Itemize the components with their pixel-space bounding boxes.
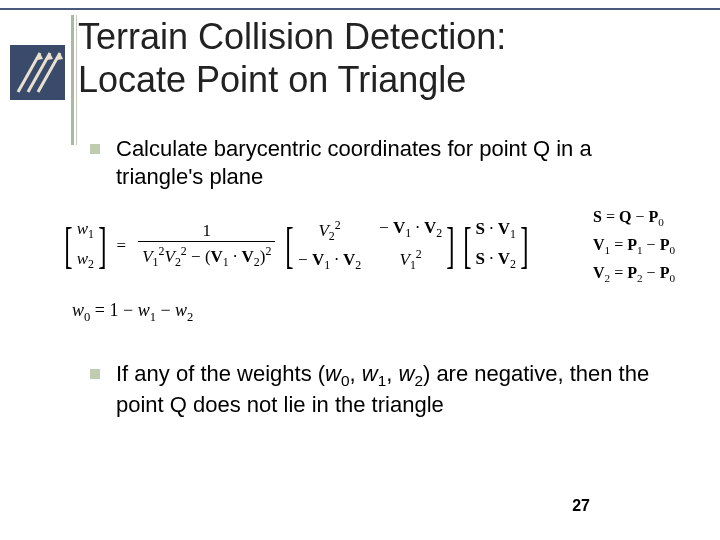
t: 0 (341, 372, 350, 389)
title-rule-thick (71, 15, 74, 145)
bracket-left: [ (286, 223, 294, 268)
title-rule-thin (76, 15, 77, 145)
title-line1: Terrain Collision Detection: (78, 16, 506, 57)
t: 1 (378, 372, 387, 389)
def-V2: V2 = P2 − P0 (593, 264, 675, 284)
w1: w1 (77, 219, 94, 242)
s-vector: S · V1 S · V2 (475, 219, 515, 272)
page-number: 27 (572, 497, 590, 515)
t: w (325, 361, 341, 386)
bracket-right: ] (98, 223, 106, 268)
bullet-item: Calculate barycentric coordinates for po… (90, 135, 680, 190)
m12: − V1 · V2 (379, 218, 442, 241)
t: w (398, 361, 414, 386)
scalar-fraction: 1 V12V22 − (V1 · V2)2 (138, 221, 275, 270)
bullet-list-1: Calculate barycentric coordinates for po… (90, 135, 680, 208)
w2: w2 (77, 249, 94, 272)
bullet-square-icon (90, 144, 100, 154)
t: If any of the weights ( (116, 361, 325, 386)
bullet-text: If any of the weights (w0, w1, w2) are n… (116, 360, 680, 418)
title-line2: Locate Point on Triangle (78, 59, 466, 100)
header-rule (0, 8, 720, 10)
bullet-item: If any of the weights (w0, w1, w2) are n… (90, 360, 680, 418)
m21: − V1 · V2 (298, 250, 361, 273)
slide-title: Terrain Collision Detection: Locate Poin… (78, 15, 506, 101)
frac-den: V12V22 − (V1 · V2)2 (138, 241, 275, 270)
equals: = (117, 236, 127, 256)
bullet-square-icon (90, 369, 100, 379)
t: , (386, 361, 398, 386)
slide-logo (10, 45, 65, 100)
bullet-text: Calculate barycentric coordinates for po… (116, 135, 680, 190)
sv2: S · V2 (475, 249, 515, 272)
m22: V12 (399, 247, 421, 273)
vector-definitions: S = Q − P0 V1 = P1 − P0 V2 = P2 − P0 (593, 208, 675, 293)
matrix-col1: V22 − V1 · V2 (298, 218, 361, 273)
frac-num: 1 (199, 221, 216, 241)
def-S: S = Q − P0 (593, 208, 675, 228)
t: , (350, 361, 362, 386)
bracket-right: ] (520, 223, 528, 268)
sv1: S · V1 (475, 219, 515, 242)
m11: V22 (318, 218, 340, 244)
t: w (362, 361, 378, 386)
w0-equation: w0 = 1 − w1 − w2 (72, 300, 193, 325)
bracket-right: ] (446, 223, 454, 268)
weights-vector: w1 w2 (77, 219, 94, 272)
matrix-col2: − V1 · V2 V12 (379, 218, 442, 273)
t: 2 (414, 372, 423, 389)
bullet-list-2: If any of the weights (w0, w1, w2) are n… (90, 360, 680, 436)
bracket-left: [ (64, 223, 72, 268)
bracket-left: [ (463, 223, 471, 268)
def-V1: V1 = P1 − P0 (593, 236, 675, 256)
